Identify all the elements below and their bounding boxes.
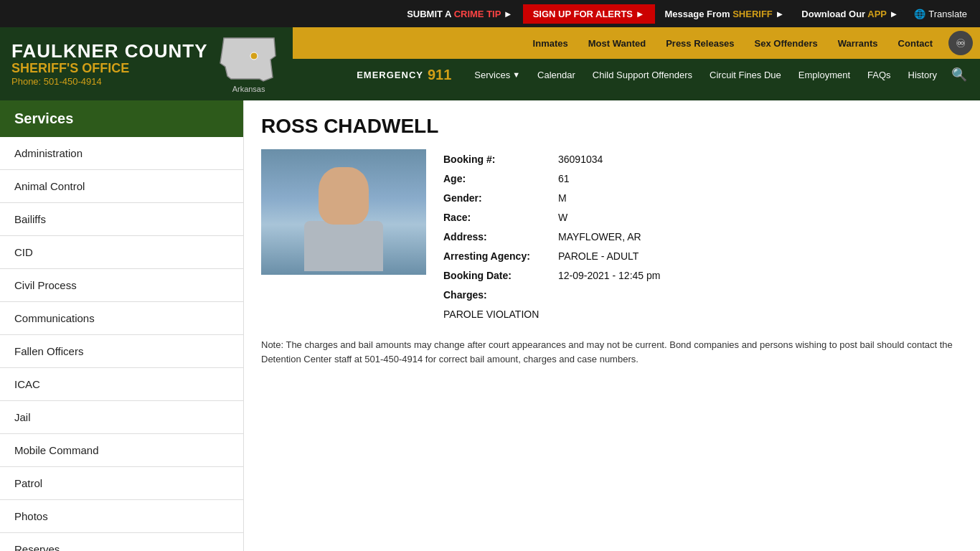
inmate-photo <box>261 149 426 275</box>
brand-area: FAULKNER COUNTY SHERIFF'S OFFICE Phone: … <box>0 27 293 100</box>
nav-faqs[interactable]: FAQs <box>859 59 900 90</box>
nav-contact[interactable]: Contact <box>888 27 943 59</box>
charges-label: Charges: <box>443 288 558 303</box>
main-layout: Services Administration Animal Control B… <box>0 100 980 551</box>
booking-date-row: Booking Date: 12-09-2021 - 12:45 pm <box>443 268 963 283</box>
org-name-line2: SHERIFF'S OFFICE <box>11 61 208 76</box>
org-name-line1: FAULKNER COUNTY <box>11 41 208 62</box>
inmate-name: ROSS CHADWELL <box>261 115 963 138</box>
sidebar-header: Services <box>0 100 243 137</box>
booking-row: Booking #: 36091034 <box>443 152 963 167</box>
charges-row: Charges: <box>443 288 963 303</box>
inmate-detail: Booking #: 36091034 Age: 61 Gender: M Ra… <box>261 149 963 326</box>
nav-child-support[interactable]: Child Support Offenders <box>584 59 701 90</box>
services-dropdown-icon: ▼ <box>512 70 520 79</box>
nav-calendar[interactable]: Calendar <box>529 59 584 90</box>
mugshot-head <box>319 167 369 225</box>
nav-press-releases[interactable]: Press Releases <box>656 27 744 59</box>
sidebar-item-jail[interactable]: Jail <box>0 401 243 434</box>
arresting-agency-label: Arresting Agency: <box>443 249 558 264</box>
brand-text: FAULKNER COUNTY SHERIFF'S OFFICE Phone: … <box>11 41 208 88</box>
phone-display: Phone: 501-450-4914 <box>11 76 208 87</box>
sidebar-item-photos[interactable]: Photos <box>0 500 243 533</box>
search-icon[interactable]: 🔍 <box>946 67 973 83</box>
age-row: Age: 61 <box>443 171 963 187</box>
race-value: W <box>558 210 567 225</box>
gender-row: Gender: M <box>443 191 963 206</box>
signup-alerts-btn[interactable]: SIGN UP FOR ALERTS ► <box>523 4 655 24</box>
state-map-area: Arkansas <box>217 34 281 93</box>
sidebar-item-reserves[interactable]: Reserves <box>0 533 243 551</box>
nav-employment[interactable]: Employment <box>790 59 859 90</box>
emergency-badge: EMERGENCY 911 <box>357 67 451 83</box>
state-label: Arkansas <box>232 85 265 93</box>
race-row: Race: W <box>443 210 963 225</box>
inmate-info: Booking #: 36091034 Age: 61 Gender: M Ra… <box>443 149 963 326</box>
sidebar-item-icac[interactable]: ICAC <box>0 368 243 401</box>
booking-value: 36091034 <box>558 152 603 167</box>
mugshot-body <box>304 221 383 271</box>
sidebar-item-administration[interactable]: Administration <box>0 137 243 170</box>
age-label: Age: <box>443 171 558 187</box>
nav-top: Inmates Most Wanted Press Releases Sex O… <box>293 27 980 59</box>
nav-history[interactable]: History <box>900 59 946 90</box>
disclaimer-note: Note: The charges and bail amounts may c… <box>261 338 963 366</box>
booking-date-value: 12-09-2021 - 12:45 pm <box>558 268 660 283</box>
booking-label: Booking #: <box>443 152 558 167</box>
address-label: Address: <box>443 230 558 245</box>
sidebar-item-civil-process[interactable]: Civil Process <box>0 269 243 302</box>
arkansas-map-icon <box>217 34 281 85</box>
message-sheriff-link[interactable]: Message From SHERIFF ► <box>658 9 792 19</box>
sidebar-item-cid[interactable]: CID <box>0 236 243 269</box>
race-label: Race: <box>443 210 558 225</box>
nav-services[interactable]: Services ▼ <box>466 59 529 90</box>
gender-label: Gender: <box>443 191 558 206</box>
download-app-link[interactable]: Download Our APP ► <box>794 9 905 19</box>
accessibility-btn[interactable]: ♾ <box>948 31 973 55</box>
svg-point-1 <box>250 52 258 60</box>
nav-most-wanted[interactable]: Most Wanted <box>578 27 656 59</box>
main-content: ROSS CHADWELL Booking #: 36091034 A <box>244 100 980 551</box>
svg-marker-0 <box>220 38 275 81</box>
nav-warrants[interactable]: Warrants <box>828 27 888 59</box>
top-bar: SUBMIT A CRIME TIP ► SIGN UP FOR ALERTS … <box>0 0 980 27</box>
sidebar-item-bailiffs[interactable]: Bailiffs <box>0 203 243 236</box>
translate-btn[interactable]: 🌐 Translate <box>908 9 973 19</box>
sidebar-item-fallen-officers[interactable]: Fallen Officers <box>0 335 243 368</box>
charges-value-row: PAROLE VIOLATION <box>443 307 963 322</box>
nav-circuit-fines[interactable]: Circuit Fines Due <box>701 59 790 90</box>
nav-sex-offenders[interactable]: Sex Offenders <box>745 27 828 59</box>
gender-value: M <box>558 191 567 206</box>
sidebar-item-animal-control[interactable]: Animal Control <box>0 170 243 203</box>
mugshot-figure <box>304 167 383 271</box>
nav-bottom: EMERGENCY 911 Services ▼ Calendar Child … <box>293 59 980 90</box>
submit-tip-link[interactable]: SUBMIT A CRIME TIP ► <box>400 9 519 19</box>
address-row: Address: MAYFLOWER, AR <box>443 230 963 245</box>
sidebar-item-communications[interactable]: Communications <box>0 302 243 335</box>
sidebar-item-mobile-command[interactable]: Mobile Command <box>0 434 243 467</box>
sidebar: Services Administration Animal Control B… <box>0 100 244 551</box>
arresting-agency-row: Arresting Agency: PAROLE - ADULT <box>443 249 963 264</box>
age-value: 61 <box>558 171 570 187</box>
mugshot-background <box>261 149 426 275</box>
sidebar-item-patrol[interactable]: Patrol <box>0 467 243 500</box>
booking-date-label: Booking Date: <box>443 268 558 283</box>
charges-value: PAROLE VIOLATION <box>443 307 539 322</box>
address-value: MAYFLOWER, AR <box>558 230 641 245</box>
site-header: FAULKNER COUNTY SHERIFF'S OFFICE Phone: … <box>0 27 980 100</box>
nav-inmates[interactable]: Inmates <box>523 27 578 59</box>
header-nav: Inmates Most Wanted Press Releases Sex O… <box>293 27 980 100</box>
arresting-agency-value: PAROLE - ADULT <box>558 249 639 264</box>
